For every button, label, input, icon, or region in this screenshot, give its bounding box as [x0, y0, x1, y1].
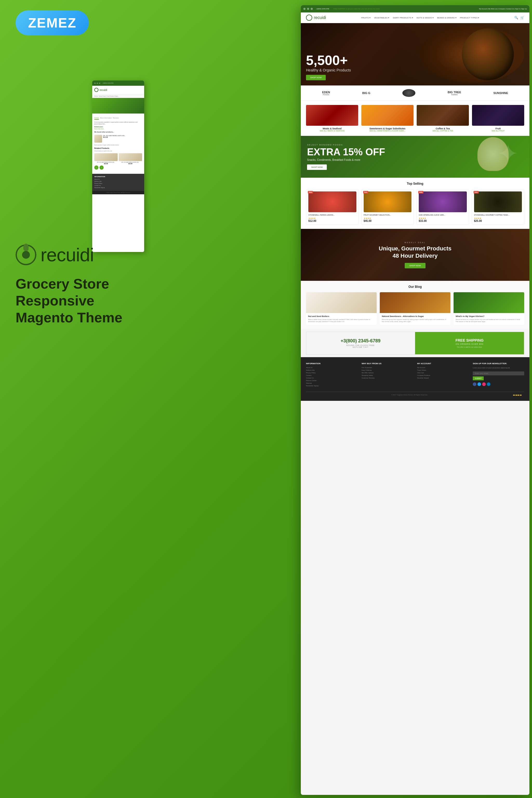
- footer-privacy[interactable]: Privacy Policy: [306, 372, 358, 374]
- hero-banner: 5,500+ Healthy & Organic Products SHOP N…: [301, 23, 529, 86]
- side-footer-link-4[interactable]: Contact Us: [94, 185, 142, 186]
- store-navigation: FRUITS ▾ VEGETABLES ▾ DAIRY PRODUCTS ▾ N…: [361, 17, 479, 19]
- footer-safety[interactable]: Shopping Safely: [362, 375, 413, 376]
- details-tab[interactable]: Details: [94, 117, 99, 120]
- side-footer-link-2[interactable]: Delivery Info: [94, 180, 142, 182]
- side-prev-btn[interactable]: ‹: [94, 166, 98, 170]
- cart-icon[interactable]: 🛒: [520, 16, 524, 19]
- product-badge-4: Sale: [474, 191, 479, 193]
- nav-dairy[interactable]: DAIRY PRODUCTS ▾: [393, 17, 413, 19]
- footer-easy-ordering[interactable]: Easy Ordering: [362, 369, 413, 371]
- payment-icons: 💳 💳 💳 💳: [513, 394, 521, 396]
- hero-cta-button[interactable]: SHOP NOW: [306, 75, 326, 80]
- more-info-tab[interactable]: More Information: [100, 117, 112, 120]
- products-grid: Sale STONEWALL FARMS LEMON... ★★★★ $12.0…: [306, 189, 524, 225]
- blog-title-3: What's in My Vegan Kitchen?: [456, 315, 522, 318]
- newsletter-submit-button[interactable]: SUBMIT: [473, 376, 484, 380]
- side-links[interactable]: Some links here...: [94, 128, 142, 130]
- product-badge-3: Sale: [418, 191, 423, 193]
- side-related-text: Check before to add to the cart: [94, 150, 142, 152]
- zemez-badge[interactable]: ZEMEZ: [16, 11, 89, 35]
- blog-card-2[interactable]: Natural Sweeteners - Alternatives to Sug…: [380, 292, 451, 325]
- shipping-text: This offer is valid for our online store…: [421, 346, 518, 348]
- twitter-icon[interactable]: [477, 382, 481, 386]
- browser-dot-1: [303, 8, 305, 10]
- side-footer-link-1[interactable]: About Us: [94, 178, 142, 180]
- category-coffee[interactable]: Coffee & Tea SEE ALL COFFEE & TEA: [417, 105, 469, 132]
- deal-meat-visual: [438, 229, 529, 281]
- product-name-3: IZZE SPARKLING JUICE VARI...: [419, 214, 467, 216]
- nav-product-types[interactable]: PRODUCT TYPES ▾: [460, 17, 479, 19]
- newsletter-email-input[interactable]: [473, 372, 524, 375]
- product-name-4: STONEWALL GOURMET COFFEE TAND...: [474, 214, 522, 216]
- store-logo[interactable]: recuidi: [306, 15, 326, 21]
- footer-options[interactable]: We Offer Options: [362, 372, 413, 374]
- hero-subtitle: Healthy & Organic Products: [306, 68, 351, 72]
- coffee-link[interactable]: SEE ALL COFFEE & TEA: [417, 130, 469, 132]
- brand-bigg: BIG G: [362, 92, 370, 95]
- product-price-2: $45.00: [364, 220, 412, 222]
- footer-guarantee[interactable]: Our Guarantee: [362, 367, 413, 368]
- nav-beans[interactable]: BEANS & GRAINS ▾: [437, 17, 456, 19]
- footer-view-cart[interactable]: View Cart: [417, 372, 469, 374]
- footer-track-orders[interactable]: Track Orders: [417, 369, 469, 371]
- contact-box: +3(800) 2345-6789 ROUND-THE-CLOCK FREE H…: [306, 332, 415, 354]
- footer-returns[interactable]: Returns Center: [306, 380, 358, 381]
- blog-card-1[interactable]: Nut and Seed Butters What is better than…: [306, 292, 377, 325]
- search-icon[interactable]: 🔍: [514, 16, 518, 19]
- category-sweeteners[interactable]: Sweeteners & Sugar Substitutes SEE ALL S…: [361, 105, 414, 132]
- contact-grid: +3(800) 2345-6789 ROUND-THE-CLOCK FREE H…: [306, 332, 524, 355]
- product-card-3[interactable]: Sale IZZE SPARKLING JUICE VARI... ★★★★ $…: [416, 189, 469, 225]
- deal-cta-button[interactable]: SHOP NOW: [405, 263, 425, 268]
- top-shipping-notice: FREE SHIPPING on all your orders this ye…: [333, 8, 380, 10]
- meats-link[interactable]: SEE ALL MEATS & SEAFOOD: [306, 130, 358, 132]
- product-card-2[interactable]: Sale FRUIT GOURMET SELECTION... ★★★★ $45…: [361, 189, 414, 225]
- facebook-icon[interactable]: [473, 382, 476, 386]
- side-product-desc-small: Some product maple stuffed double decker: [94, 144, 142, 146]
- fruit-link[interactable]: SEE ALL FRUIT: [472, 130, 524, 132]
- nav-fruits[interactable]: FRUITS ▾: [361, 17, 370, 19]
- footer-copyright: © 2017 magento theme Zemez. All Rights R…: [306, 392, 524, 396]
- product-img-2: [364, 191, 412, 212]
- footer-careers[interactable]: Careers: [306, 375, 358, 376]
- side-footer-link-3[interactable]: Privacy Policy: [94, 183, 142, 184]
- nav-vegetables[interactable]: VEGETABLES ▾: [374, 17, 390, 19]
- footer-sitemap[interactable]: Sitemap: [306, 382, 358, 384]
- product-price-4: $25.00: [474, 220, 522, 222]
- category-meats[interactable]: Meats & Seafood SEE ALL MEATS & SEAFOOD: [306, 105, 358, 132]
- footer-my-account[interactable]: My Account: [417, 367, 469, 368]
- footer-recently-viewed[interactable]: Recently Viewed: [417, 377, 469, 379]
- instagram-icon[interactable]: [482, 382, 486, 386]
- footer-contact[interactable]: Contact Us: [306, 377, 358, 379]
- side-prod-info: DR. JO'S SMOTHERED LENTIL KIN... $11.00: [103, 135, 142, 142]
- footer-account-title: MY ACCOUNT: [417, 362, 469, 365]
- footer-about[interactable]: About Us: [306, 367, 358, 368]
- product-card-1[interactable]: Sale STONEWALL FARMS LEMON... ★★★★ $12.0…: [306, 189, 359, 225]
- product-badge-2: Sale: [363, 191, 368, 193]
- linkedin-icon[interactable]: [487, 382, 491, 386]
- side-footer-link-5[interactable]: Newsletter Signup: [94, 187, 142, 188]
- side-phone: +3(800) 2345-6789: [102, 82, 114, 84]
- product-card-4[interactable]: Sale STONEWALL GOURMET COFFEE TAND... ★★…: [472, 189, 525, 225]
- promo-cta-button[interactable]: SHOP NOW: [307, 165, 327, 170]
- product-stars-1: ★★★★: [308, 217, 356, 220]
- browser-topbar: +3(800) 2345-6789 FREE SHIPPING on all y…: [301, 5, 529, 13]
- side-related-title: Related Products: [94, 147, 142, 149]
- footer-delivery[interactable]: Delivery Info: [306, 369, 358, 371]
- blog-card-3[interactable]: What's in My Vegan Kitchen? Almost all i…: [454, 292, 524, 325]
- side-prod-card-1: DR. JO'S SMOTHERED LENTIL KIN... $12.00: [94, 153, 118, 165]
- footer-compare[interactable]: Compare Products: [417, 375, 469, 376]
- product-price-1: $12.00: [308, 220, 356, 222]
- sweeteners-link[interactable]: SEE ALL SWEETENERS & SUGAR SUBS...: [361, 130, 414, 132]
- category-fruit[interactable]: Fruit SEE ALL FRUIT: [472, 105, 524, 132]
- side-next-btn[interactable]: ›: [99, 166, 103, 170]
- footer-reviews[interactable]: Customer Reviews: [362, 377, 413, 379]
- reviews-tab[interactable]: Reviews: [113, 117, 119, 120]
- blog-section: Our Blog Nut and Seed Butters What is be…: [301, 281, 529, 329]
- side-related-posts-label: Related posts:: [94, 126, 142, 128]
- footer-newsletter-link[interactable]: Newsletter Signup: [306, 385, 358, 386]
- nav-nuts[interactable]: NUTS & SEEDS ▾: [417, 17, 434, 19]
- top-selling-title: Top Selling: [306, 182, 524, 186]
- deal-banner: WEEKLY DEAL Unique, Gourmet Products 48 …: [301, 229, 529, 281]
- blog-img-3: [454, 292, 524, 313]
